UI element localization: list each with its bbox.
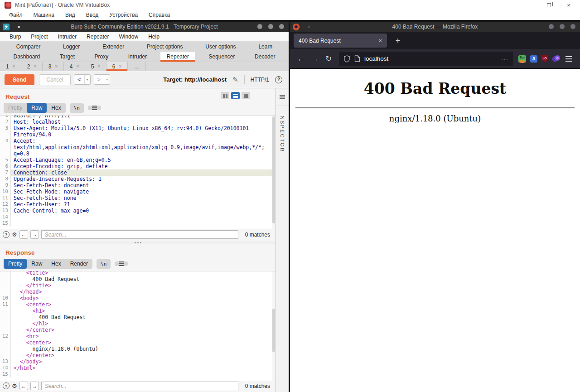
url-text[interactable]: localhost	[364, 55, 497, 62]
code-row[interactable]: 1adSTGET / HTTP/1.1	[0, 115, 276, 119]
code-row[interactable]: 10 <body>	[0, 295, 276, 301]
burp-menu-window[interactable]: Window	[114, 33, 143, 41]
code-row[interactable]: Firefox/94.0	[0, 131, 276, 138]
main-tab-logger[interactable]: Logger	[57, 42, 86, 52]
window-button-icon[interactable]	[560, 24, 565, 29]
inspector-collapse-button[interactable]	[276, 94, 289, 106]
window-button-icon[interactable]	[570, 24, 575, 29]
code-row[interactable]: 13 </body>	[0, 358, 276, 365]
new-tab-button[interactable]: +	[392, 34, 404, 47]
close-tab-icon[interactable]: ×	[76, 64, 79, 69]
columns-layout-icon[interactable]	[221, 92, 229, 99]
minimize-icon[interactable]	[526, 2, 532, 9]
request-editor[interactable]: 1adSTGET / HTTP/1.12Host: localhost3User…	[0, 115, 276, 229]
previous-request-button[interactable]: < ▾	[74, 74, 91, 85]
host-menu-машина[interactable]: Машина	[28, 11, 60, 19]
code-row[interactable]: 10Sec-Fetch-Mode: navigate	[0, 189, 276, 195]
code-row[interactable]: 11 <center>	[0, 301, 276, 308]
code-row[interactable]: 2Host: localhost	[0, 119, 276, 125]
code-row[interactable]: <title>	[0, 271, 276, 276]
burp-titlebar[interactable]: Burp Suite Community Edition v2021.9.1 -…	[0, 22, 289, 32]
main-tab-intruder[interactable]: Intruder	[122, 52, 153, 62]
url-bar[interactable]: localhost ···	[339, 52, 513, 66]
code-row[interactable]: 400 Bad Request	[0, 314, 276, 320]
tab-raw[interactable]: Raw	[27, 103, 47, 113]
tab-pretty[interactable]: Pretty	[4, 103, 27, 113]
tab-hex[interactable]: Hex	[47, 259, 65, 269]
tab-render[interactable]: Render	[66, 259, 92, 269]
close-tab-icon[interactable]: ×	[119, 64, 121, 69]
code-row[interactable]: 9Sec-Fetch-Dest: document	[0, 182, 276, 189]
code-row[interactable]: 8Upgrade-Insecure-Requests: 1	[0, 176, 276, 182]
single-pane-layout-icon[interactable]	[242, 92, 250, 99]
repeater-tab-5[interactable]: 5×	[85, 62, 106, 71]
main-tab-comparer[interactable]: Comparer	[10, 42, 47, 52]
close-tab-icon[interactable]: ×	[12, 64, 15, 69]
code-row[interactable]: 12Sec-Fetch-User: ?1	[0, 201, 276, 208]
code-row[interactable]: nginx/1.18.0 (Ubuntu)	[0, 346, 276, 352]
search-prev-icon[interactable]: ←	[19, 382, 28, 390]
code-row[interactable]: 15	[0, 220, 276, 227]
host-menu-файл[interactable]: Файл	[4, 11, 28, 19]
code-row[interactable]: 15	[0, 371, 276, 377]
code-row[interactable]: <h1>	[0, 308, 276, 314]
repeater-tab-3[interactable]: 3×	[43, 62, 64, 71]
search-help-icon[interactable]: ?	[3, 382, 10, 389]
window-button-icon[interactable]	[268, 24, 273, 29]
code-row[interactable]: q=0.8	[0, 150, 276, 157]
request-search-input[interactable]	[41, 230, 238, 239]
close-tab-icon[interactable]: ×	[55, 64, 58, 69]
host-menu-ввод[interactable]: Ввод	[81, 11, 104, 19]
burp-window-buttons[interactable]	[257, 24, 284, 29]
burp-menu-burp[interactable]: Burp	[5, 33, 26, 41]
code-row[interactable]: 4Accept:	[0, 138, 276, 144]
main-tab-decoder[interactable]: Decoder	[248, 52, 281, 62]
response-search-input[interactable]	[41, 382, 238, 390]
scrollbar-thumb[interactable]	[272, 116, 275, 223]
search-next-icon[interactable]: →	[30, 230, 39, 239]
main-tab-learn[interactable]: Learn	[252, 42, 279, 52]
page-actions-icon[interactable]: ···	[501, 55, 508, 62]
tab-pretty[interactable]: Pretty	[4, 259, 27, 269]
main-tab-repeater[interactable]: Repeater	[160, 52, 195, 62]
main-tab-project-options[interactable]: Project options	[140, 42, 189, 52]
main-tab-user-options[interactable]: User options	[199, 42, 242, 52]
tab-raw[interactable]: Raw	[27, 259, 47, 269]
repeater-tab-4[interactable]: 4×	[64, 62, 85, 71]
browser-tab[interactable]: 400 Bad Request ×	[294, 34, 387, 48]
cancel-button[interactable]: Cancel	[39, 74, 71, 85]
host-menu-справка[interactable]: Справка	[143, 11, 175, 19]
main-tab-proxy[interactable]: Proxy	[88, 52, 115, 62]
repeater-tab-6[interactable]: 6×	[106, 62, 128, 71]
code-row[interactable]: </center>	[0, 327, 276, 333]
code-row[interactable]: 14</html>	[0, 365, 276, 371]
inspector-sidebar[interactable]: INSPECTOR	[276, 88, 289, 392]
http-version-label[interactable]: HTTP/1	[251, 77, 269, 83]
code-row[interactable]: 14	[0, 214, 276, 220]
window-button-icon[interactable]	[257, 24, 262, 29]
dropdown-caret-icon[interactable]: ▾	[104, 75, 110, 84]
shield-icon[interactable]	[343, 55, 350, 63]
main-tab-target[interactable]: Target	[53, 52, 81, 62]
code-row[interactable]: 11Sec-Fetch-Site: none	[0, 195, 276, 201]
search-help-icon[interactable]: ?	[3, 231, 10, 238]
code-row[interactable]: </head>	[0, 289, 276, 295]
window-button-icon[interactable]	[279, 24, 284, 29]
code-row[interactable]: </h1>	[0, 320, 276, 327]
chevron-left-icon[interactable]: <	[74, 75, 84, 84]
code-row[interactable]: 6Accept-Encoding: gzip, deflate	[0, 163, 276, 169]
burp-menu-help[interactable]: Help	[143, 33, 164, 41]
search-settings-icon[interactable]: ⚙	[12, 382, 17, 389]
foxyproxy-extension-icon[interactable]: Bur	[518, 55, 526, 63]
wappalyzer-extension-icon[interactable]: 3	[552, 55, 560, 63]
repeater-tab-2[interactable]: 2×	[21, 62, 43, 71]
main-tab-dashboard[interactable]: Dashboard	[7, 52, 47, 62]
search-next-icon[interactable]: →	[30, 382, 39, 390]
ublock-extension-icon[interactable]: uO	[541, 55, 548, 63]
host-menu-устройства[interactable]: Устройства	[104, 11, 143, 19]
help-icon[interactable]: ?	[275, 76, 282, 83]
editor-menu-button[interactable]	[88, 106, 101, 110]
forward-icon[interactable]: →	[308, 52, 322, 66]
newline-toggle-button[interactable]: \n	[97, 259, 111, 269]
browser-menu-button[interactable]	[562, 52, 575, 66]
